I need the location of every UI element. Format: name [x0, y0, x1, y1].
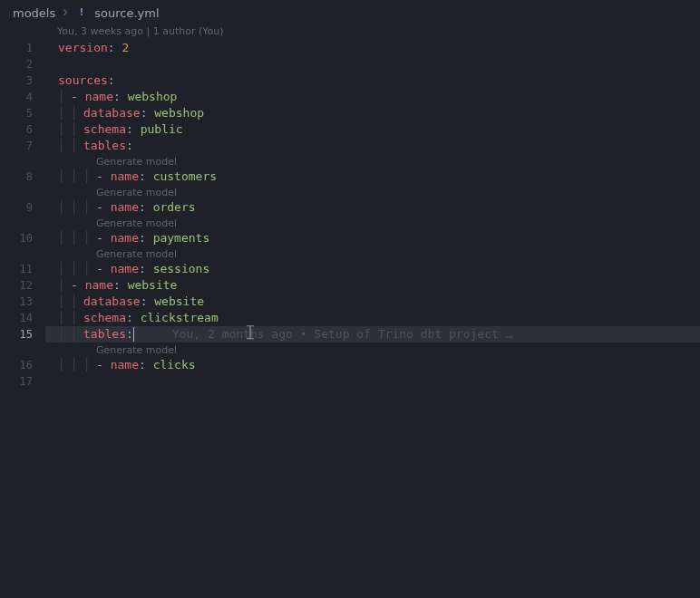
yaml-value: customers	[153, 169, 217, 183]
gitlens-inline-blame[interactable]: You, 2 months ago • Setup of Trino dbt p…	[172, 327, 513, 341]
code-line[interactable]: ││schema: public	[45, 121, 700, 138]
yaml-value: orders	[153, 200, 196, 214]
line-number[interactable]: 15	[0, 326, 33, 342]
line-number-gutter[interactable]: 1 2 3 4 5 6 7 8 9 10 11 12 13 14 15 16 1…	[0, 40, 40, 390]
line-number[interactable]: 1	[0, 40, 33, 56]
codelens-generate-model[interactable]: │││Generate model	[45, 216, 700, 230]
code-line[interactable]: ││database: website	[45, 294, 700, 310]
line-number[interactable]: 12	[0, 277, 33, 294]
code-line[interactable]	[45, 56, 700, 72]
line-number[interactable]: 17	[0, 373, 33, 390]
yaml-key: schema	[83, 122, 126, 136]
yaml-key: tables	[83, 327, 126, 341]
yaml-value: payments	[153, 231, 210, 245]
yaml-key: name	[111, 262, 139, 275]
yaml-value: 2	[122, 41, 129, 54]
gitlens-author-line[interactable]: You, 3 weeks ago | 1 author (You)	[0, 25, 700, 40]
code-line[interactable]: │││- name: sessions	[45, 261, 700, 277]
line-number[interactable]: 6	[0, 121, 33, 138]
codelens-generate-model[interactable]: │││Generate model	[45, 154, 700, 169]
yaml-key: name	[85, 90, 113, 103]
line-number[interactable]: 7	[0, 138, 33, 154]
yaml-key: tables	[83, 139, 126, 152]
yaml-file-icon: !	[74, 5, 89, 20]
yaml-key: name	[111, 231, 139, 245]
yaml-value: clicks	[153, 358, 196, 371]
code-body[interactable]: version: 2 sources: │- name: webshop ││d…	[45, 40, 700, 390]
yaml-value: sessions	[153, 262, 210, 275]
code-line[interactable]: ││schema: clickstream	[45, 310, 700, 326]
line-number[interactable]: 10	[0, 230, 33, 246]
yaml-value: webshop	[154, 106, 204, 120]
codelens-generate-model[interactable]: │││Generate model	[45, 185, 700, 199]
breadcrumb-file[interactable]: source.yml	[94, 6, 159, 20]
line-number[interactable]: 5	[0, 105, 33, 121]
yaml-key: sources	[58, 73, 108, 87]
yaml-value: website	[128, 278, 178, 292]
yaml-value: website	[154, 294, 204, 308]
text-cursor	[133, 327, 134, 342]
breadcrumb-folder[interactable]: models	[13, 6, 55, 20]
line-number[interactable]: 16	[0, 357, 33, 373]
code-line[interactable]: │││- name: payments	[45, 230, 700, 246]
chevron-right-icon	[60, 6, 70, 20]
code-line[interactable]: sources:	[45, 72, 700, 89]
yaml-key: database	[83, 106, 141, 120]
codelens-generate-model[interactable]: │││Generate model	[45, 342, 700, 357]
code-line[interactable]	[45, 373, 700, 390]
yaml-key: name	[85, 278, 113, 292]
line-number[interactable]: 13	[0, 294, 33, 310]
yaml-key: database	[83, 294, 141, 308]
line-number[interactable]: 8	[0, 169, 33, 185]
yaml-value: webshop	[128, 90, 178, 103]
editor-area[interactable]: 1 2 3 4 5 6 7 8 9 10 11 12 13 14 15 16 1…	[0, 40, 700, 390]
minimap[interactable]	[696, 0, 700, 598]
yaml-key: version	[58, 41, 108, 54]
code-line[interactable]: │││- name: orders	[45, 199, 700, 216]
yaml-value: clickstream	[141, 311, 219, 324]
code-line-active[interactable]: ││tables:You, 2 months ago • Setup of Tr…	[45, 326, 700, 342]
code-line[interactable]: │││- name: clicks	[45, 357, 700, 373]
code-line[interactable]: ││database: webshop	[45, 105, 700, 121]
line-number[interactable]: 14	[0, 310, 33, 326]
line-number[interactable]: 3	[0, 72, 33, 89]
yaml-value: public	[141, 122, 183, 136]
line-number[interactable]: 11	[0, 261, 33, 277]
code-line[interactable]: │││- name: customers	[45, 169, 700, 185]
yaml-key: name	[111, 169, 139, 183]
code-line[interactable]: version: 2	[45, 40, 700, 56]
yaml-key: name	[111, 200, 139, 214]
line-number[interactable]: 4	[0, 89, 33, 105]
code-line[interactable]: ││tables:	[45, 138, 700, 154]
code-line[interactable]: │- name: webshop	[45, 89, 700, 105]
code-line[interactable]: │- name: website	[45, 277, 700, 294]
line-number[interactable]: 9	[0, 199, 33, 216]
codelens-generate-model[interactable]: │││Generate model	[45, 246, 700, 261]
line-number[interactable]: 2	[0, 56, 33, 72]
yaml-key: name	[111, 358, 139, 371]
yaml-key: schema	[83, 311, 126, 324]
breadcrumb[interactable]: models ! source.yml	[0, 0, 700, 25]
svg-text:!: !	[80, 7, 84, 17]
